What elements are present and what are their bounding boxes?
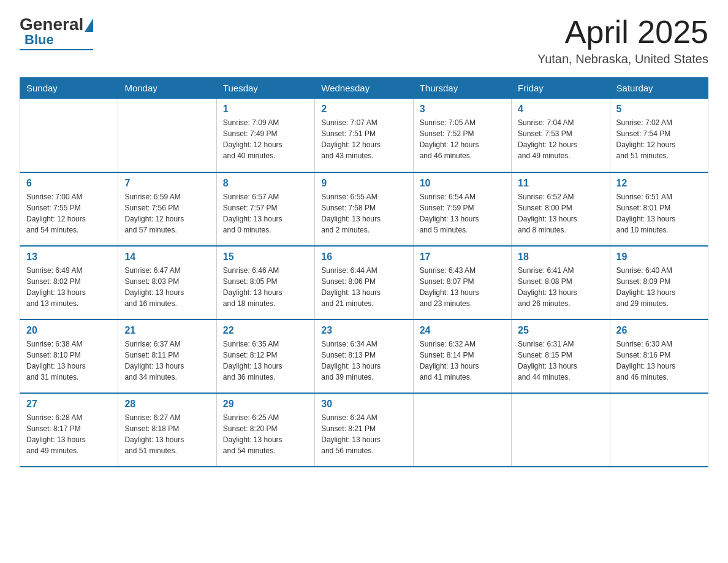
day-info: Sunrise: 6:55 AM Sunset: 7:58 PM Dayligh… — [321, 191, 406, 236]
calendar-header-row: SundayMondayTuesdayWednesdayThursdayFrid… — [20, 78, 708, 99]
calendar-table: SundayMondayTuesdayWednesdayThursdayFrid… — [20, 77, 708, 467]
calendar-weekday-header: Tuesday — [216, 78, 314, 99]
calendar-day-cell — [610, 393, 708, 467]
day-number: 12 — [616, 178, 702, 189]
day-number: 27 — [26, 399, 112, 410]
calendar-weekday-header: Monday — [118, 78, 216, 99]
calendar-week-row: 27Sunrise: 6:28 AM Sunset: 8:17 PM Dayli… — [20, 393, 708, 467]
logo: General Blue — [20, 15, 93, 50]
calendar-day-cell: 12Sunrise: 6:51 AM Sunset: 8:01 PM Dayli… — [610, 172, 708, 246]
day-info: Sunrise: 6:49 AM Sunset: 8:02 PM Dayligh… — [26, 265, 112, 309]
calendar-day-cell: 25Sunrise: 6:31 AM Sunset: 8:15 PM Dayli… — [512, 320, 610, 393]
calendar-weekday-header: Sunday — [20, 78, 118, 99]
calendar-day-cell: 10Sunrise: 6:54 AM Sunset: 7:59 PM Dayli… — [413, 172, 511, 246]
day-number: 10 — [420, 178, 505, 189]
calendar-day-cell: 13Sunrise: 6:49 AM Sunset: 8:02 PM Dayli… — [20, 246, 118, 320]
calendar-day-cell: 6Sunrise: 7:00 AM Sunset: 7:55 PM Daylig… — [20, 172, 118, 246]
day-info: Sunrise: 7:09 AM Sunset: 7:49 PM Dayligh… — [223, 117, 308, 161]
day-info: Sunrise: 7:05 AM Sunset: 7:52 PM Dayligh… — [420, 117, 505, 161]
calendar-day-cell: 3Sunrise: 7:05 AM Sunset: 7:52 PM Daylig… — [413, 99, 511, 172]
day-number: 7 — [124, 178, 210, 189]
day-number: 25 — [518, 325, 603, 336]
day-info: Sunrise: 6:44 AM Sunset: 8:06 PM Dayligh… — [321, 265, 406, 309]
day-number: 17 — [420, 251, 505, 262]
day-info: Sunrise: 7:07 AM Sunset: 7:51 PM Dayligh… — [321, 117, 406, 161]
calendar-weekday-header: Thursday — [413, 78, 511, 99]
day-info: Sunrise: 7:00 AM Sunset: 7:55 PM Dayligh… — [26, 191, 112, 236]
month-title: April 2025 — [537, 15, 708, 50]
day-number: 23 — [321, 325, 406, 336]
day-info: Sunrise: 6:46 AM Sunset: 8:05 PM Dayligh… — [223, 265, 308, 309]
day-number: 2 — [321, 104, 406, 115]
calendar-day-cell: 1Sunrise: 7:09 AM Sunset: 7:49 PM Daylig… — [216, 99, 314, 172]
day-number: 20 — [26, 325, 112, 336]
calendar-day-cell: 20Sunrise: 6:38 AM Sunset: 8:10 PM Dayli… — [20, 320, 118, 393]
day-info: Sunrise: 6:35 AM Sunset: 8:12 PM Dayligh… — [223, 339, 308, 383]
calendar-week-row: 20Sunrise: 6:38 AM Sunset: 8:10 PM Dayli… — [20, 320, 708, 393]
calendar-weekday-header: Saturday — [610, 78, 708, 99]
day-info: Sunrise: 6:47 AM Sunset: 8:03 PM Dayligh… — [124, 265, 210, 309]
calendar-day-cell: 9Sunrise: 6:55 AM Sunset: 7:58 PM Daylig… — [315, 172, 413, 246]
day-number: 4 — [518, 104, 603, 115]
calendar-day-cell: 11Sunrise: 6:52 AM Sunset: 8:00 PM Dayli… — [512, 172, 610, 246]
calendar-day-cell: 5Sunrise: 7:02 AM Sunset: 7:54 PM Daylig… — [610, 99, 708, 172]
day-info: Sunrise: 6:32 AM Sunset: 8:14 PM Dayligh… — [420, 339, 505, 383]
day-number: 3 — [420, 104, 505, 115]
day-number: 9 — [321, 178, 406, 189]
day-number: 13 — [26, 251, 112, 262]
day-number: 6 — [26, 178, 112, 189]
day-info: Sunrise: 7:04 AM Sunset: 7:53 PM Dayligh… — [518, 117, 603, 161]
calendar-day-cell: 2Sunrise: 7:07 AM Sunset: 7:51 PM Daylig… — [315, 99, 413, 172]
calendar-day-cell: 14Sunrise: 6:47 AM Sunset: 8:03 PM Dayli… — [118, 246, 216, 320]
calendar-day-cell: 4Sunrise: 7:04 AM Sunset: 7:53 PM Daylig… — [512, 99, 610, 172]
day-number: 22 — [223, 325, 308, 336]
calendar-day-cell: 23Sunrise: 6:34 AM Sunset: 8:13 PM Dayli… — [315, 320, 413, 393]
logo-blue-text: Blue — [25, 32, 54, 48]
day-info: Sunrise: 6:25 AM Sunset: 8:20 PM Dayligh… — [223, 412, 308, 456]
day-number: 11 — [518, 178, 603, 189]
day-number: 19 — [616, 251, 702, 262]
day-info: Sunrise: 6:31 AM Sunset: 8:15 PM Dayligh… — [518, 339, 603, 383]
calendar-day-cell — [413, 393, 511, 467]
calendar-day-cell: 26Sunrise: 6:30 AM Sunset: 8:16 PM Dayli… — [610, 320, 708, 393]
day-info: Sunrise: 6:51 AM Sunset: 8:01 PM Dayligh… — [616, 191, 702, 236]
calendar-day-cell: 27Sunrise: 6:28 AM Sunset: 8:17 PM Dayli… — [20, 393, 118, 467]
calendar-day-cell: 22Sunrise: 6:35 AM Sunset: 8:12 PM Dayli… — [216, 320, 314, 393]
day-number: 26 — [616, 325, 702, 336]
calendar-day-cell — [512, 393, 610, 467]
calendar-day-cell — [118, 99, 216, 172]
day-info: Sunrise: 6:27 AM Sunset: 8:18 PM Dayligh… — [124, 412, 210, 456]
day-info: Sunrise: 6:41 AM Sunset: 8:08 PM Dayligh… — [518, 265, 603, 309]
location-title: Yutan, Nebraska, United States — [537, 52, 708, 66]
calendar-day-cell — [20, 99, 118, 172]
day-info: Sunrise: 7:02 AM Sunset: 7:54 PM Dayligh… — [616, 117, 702, 161]
logo-underline — [20, 49, 93, 50]
day-info: Sunrise: 6:30 AM Sunset: 8:16 PM Dayligh… — [616, 339, 702, 383]
day-info: Sunrise: 6:59 AM Sunset: 7:56 PM Dayligh… — [124, 191, 210, 236]
calendar-weekday-header: Wednesday — [315, 78, 413, 99]
calendar-day-cell: 19Sunrise: 6:40 AM Sunset: 8:09 PM Dayli… — [610, 246, 708, 320]
day-number: 30 — [321, 399, 406, 410]
calendar-day-cell: 29Sunrise: 6:25 AM Sunset: 8:20 PM Dayli… — [216, 393, 314, 467]
day-number: 21 — [124, 325, 210, 336]
day-number: 14 — [124, 251, 210, 262]
calendar-day-cell: 17Sunrise: 6:43 AM Sunset: 8:07 PM Dayli… — [413, 246, 511, 320]
calendar-day-cell: 24Sunrise: 6:32 AM Sunset: 8:14 PM Dayli… — [413, 320, 511, 393]
day-info: Sunrise: 6:34 AM Sunset: 8:13 PM Dayligh… — [321, 339, 406, 383]
calendar-weekday-header: Friday — [512, 78, 610, 99]
day-info: Sunrise: 6:54 AM Sunset: 7:59 PM Dayligh… — [420, 191, 505, 236]
day-number: 15 — [223, 251, 308, 262]
day-number: 29 — [223, 399, 308, 410]
calendar-day-cell: 28Sunrise: 6:27 AM Sunset: 8:18 PM Dayli… — [118, 393, 216, 467]
calendar-day-cell: 7Sunrise: 6:59 AM Sunset: 7:56 PM Daylig… — [118, 172, 216, 246]
page-header: General Blue April 2025 Yutan, Nebraska,… — [20, 15, 708, 66]
day-info: Sunrise: 6:28 AM Sunset: 8:17 PM Dayligh… — [26, 412, 112, 456]
day-number: 8 — [223, 178, 308, 189]
day-number: 24 — [420, 325, 505, 336]
day-info: Sunrise: 6:43 AM Sunset: 8:07 PM Dayligh… — [420, 265, 505, 309]
calendar-day-cell: 8Sunrise: 6:57 AM Sunset: 7:57 PM Daylig… — [216, 172, 314, 246]
calendar-day-cell: 15Sunrise: 6:46 AM Sunset: 8:05 PM Dayli… — [216, 246, 314, 320]
day-number: 1 — [223, 104, 308, 115]
logo-triangle-icon — [85, 18, 93, 32]
day-number: 16 — [321, 251, 406, 262]
